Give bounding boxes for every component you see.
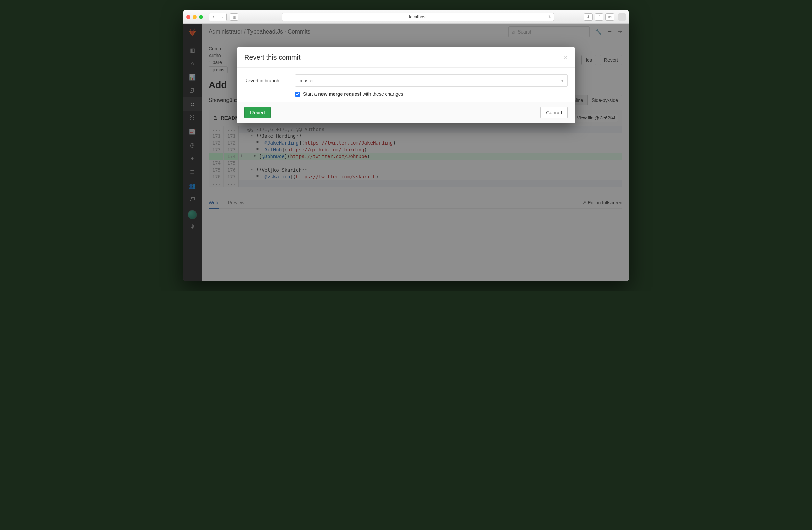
new-tab-button[interactable]: + — [618, 13, 626, 20]
downloads-icon[interactable]: ⬇ — [584, 13, 593, 20]
chrome-right: ⬇ ⤴ ⧉ — [584, 13, 614, 20]
window-minimize[interactable] — [193, 15, 197, 19]
address-bar[interactable]: localhost ↻ — [281, 13, 554, 21]
modal-title: Revert this commit — [244, 54, 301, 61]
tabs-icon[interactable]: ⧉ — [606, 13, 614, 20]
browser-chrome: ‹ › ▥ localhost ↻ ⬇ ⤴ ⧉ + — [183, 10, 629, 24]
branch-value: master — [300, 78, 314, 83]
merge-request-checkbox[interactable] — [295, 92, 300, 97]
checkbox-label: Start a new merge request with these cha… — [303, 92, 403, 97]
back-button[interactable]: ‹ — [209, 13, 218, 20]
close-icon[interactable]: × — [564, 54, 568, 61]
branch-label: Revert in branch — [244, 78, 295, 83]
chevron-down-icon: ▼ — [561, 79, 564, 83]
traffic-lights — [186, 15, 203, 19]
url-host: localhost — [282, 14, 554, 19]
share-icon[interactable]: ⤴ — [595, 13, 604, 20]
cancel-button[interactable]: Cancel — [540, 107, 568, 118]
revert-modal: Revert this commit × Revert in branch ma… — [237, 47, 575, 123]
window-close[interactable] — [186, 15, 190, 19]
sidebar-toggle[interactable]: ▥ — [230, 13, 238, 20]
forward-button[interactable]: › — [218, 13, 227, 20]
revert-submit-button[interactable]: Revert — [244, 107, 271, 118]
reload-icon[interactable]: ↻ — [548, 15, 552, 19]
nav-buttons: ‹ › — [208, 13, 227, 21]
branch-select[interactable]: master ▼ — [295, 74, 568, 87]
window-zoom[interactable] — [199, 15, 203, 19]
